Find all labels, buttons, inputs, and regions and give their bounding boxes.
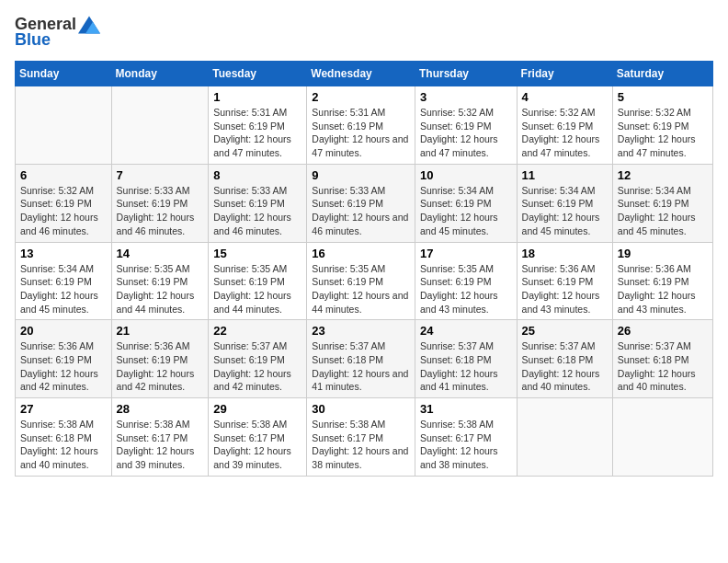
day-number: 20 — [20, 324, 107, 338]
day-number: 3 — [420, 90, 512, 104]
calendar-cell: 17Sunrise: 5:35 AM Sunset: 6:19 PM Dayli… — [415, 242, 517, 320]
weekday-header-sunday: Sunday — [16, 62, 112, 86]
day-number: 12 — [618, 168, 708, 182]
cell-detail: Sunrise: 5:36 AM Sunset: 6:19 PM Dayligh… — [20, 339, 107, 394]
weekday-header-monday: Monday — [111, 62, 209, 86]
cell-detail: Sunrise: 5:37 AM Sunset: 6:18 PM Dayligh… — [618, 339, 708, 394]
calendar-cell: 7Sunrise: 5:33 AM Sunset: 6:19 PM Daylig… — [111, 164, 209, 242]
cell-detail: Sunrise: 5:38 AM Sunset: 6:17 PM Dayligh… — [213, 418, 301, 472]
calendar-cell: 27Sunrise: 5:38 AM Sunset: 6:18 PM Dayli… — [16, 398, 112, 477]
logo-icon — [78, 16, 100, 34]
calendar-cell: 22Sunrise: 5:37 AM Sunset: 6:19 PM Dayli… — [209, 320, 307, 398]
cell-detail: Sunrise: 5:33 AM Sunset: 6:19 PM Dayligh… — [312, 184, 410, 238]
cell-detail: Sunrise: 5:38 AM Sunset: 6:17 PM Dayligh… — [312, 418, 410, 472]
cell-detail: Sunrise: 5:34 AM Sunset: 6:19 PM Dayligh… — [522, 184, 608, 238]
calendar-cell: 10Sunrise: 5:34 AM Sunset: 6:19 PM Dayli… — [415, 164, 517, 242]
calendar-cell: 21Sunrise: 5:36 AM Sunset: 6:19 PM Dayli… — [111, 320, 209, 398]
cell-detail: Sunrise: 5:33 AM Sunset: 6:19 PM Dayligh… — [117, 184, 204, 238]
cell-detail: Sunrise: 5:36 AM Sunset: 6:19 PM Dayligh… — [618, 262, 708, 316]
calendar-cell: 12Sunrise: 5:34 AM Sunset: 6:19 PM Dayli… — [612, 164, 712, 242]
cell-detail: Sunrise: 5:38 AM Sunset: 6:18 PM Dayligh… — [20, 418, 107, 472]
day-number: 27 — [20, 402, 107, 416]
week-row-0: 1Sunrise: 5:31 AM Sunset: 6:19 PM Daylig… — [16, 86, 713, 165]
cell-detail: Sunrise: 5:34 AM Sunset: 6:19 PM Dayligh… — [20, 262, 107, 316]
day-number: 13 — [20, 247, 107, 260]
cell-detail: Sunrise: 5:34 AM Sunset: 6:19 PM Dayligh… — [618, 184, 708, 238]
day-number: 31 — [420, 402, 512, 416]
day-number: 1 — [213, 90, 301, 104]
cell-detail: Sunrise: 5:38 AM Sunset: 6:17 PM Dayligh… — [117, 418, 204, 472]
calendar-cell: 25Sunrise: 5:37 AM Sunset: 6:18 PM Dayli… — [517, 320, 612, 398]
calendar-cell: 18Sunrise: 5:36 AM Sunset: 6:19 PM Dayli… — [517, 242, 612, 320]
calendar-cell — [517, 398, 612, 477]
cell-detail: Sunrise: 5:35 AM Sunset: 6:19 PM Dayligh… — [420, 262, 512, 316]
day-number: 7 — [117, 168, 204, 182]
cell-detail: Sunrise: 5:31 AM Sunset: 6:19 PM Dayligh… — [312, 106, 410, 160]
calendar-body: 1Sunrise: 5:31 AM Sunset: 6:19 PM Daylig… — [16, 86, 713, 477]
calendar-cell: 24Sunrise: 5:37 AM Sunset: 6:18 PM Dayli… — [415, 320, 517, 398]
day-number: 22 — [213, 324, 301, 338]
day-number: 10 — [420, 168, 512, 182]
day-number: 2 — [312, 90, 410, 104]
calendar-cell: 11Sunrise: 5:34 AM Sunset: 6:19 PM Dayli… — [517, 164, 612, 242]
calendar-cell: 15Sunrise: 5:35 AM Sunset: 6:19 PM Dayli… — [209, 242, 307, 320]
day-number: 11 — [522, 168, 608, 182]
calendar-cell: 9Sunrise: 5:33 AM Sunset: 6:19 PM Daylig… — [307, 164, 415, 242]
calendar-cell: 31Sunrise: 5:38 AM Sunset: 6:17 PM Dayli… — [415, 398, 517, 477]
day-number: 16 — [312, 247, 410, 260]
page-header: General Blue — [15, 15, 713, 50]
cell-detail: Sunrise: 5:34 AM Sunset: 6:19 PM Dayligh… — [420, 184, 512, 238]
day-number: 8 — [213, 168, 301, 182]
week-row-3: 20Sunrise: 5:36 AM Sunset: 6:19 PM Dayli… — [16, 320, 713, 398]
day-number: 14 — [117, 247, 204, 260]
cell-detail: Sunrise: 5:32 AM Sunset: 6:19 PM Dayligh… — [522, 106, 608, 160]
week-row-4: 27Sunrise: 5:38 AM Sunset: 6:18 PM Dayli… — [16, 398, 713, 477]
calendar-cell: 30Sunrise: 5:38 AM Sunset: 6:17 PM Dayli… — [307, 398, 415, 477]
cell-detail: Sunrise: 5:37 AM Sunset: 6:19 PM Dayligh… — [213, 339, 301, 394]
cell-detail: Sunrise: 5:37 AM Sunset: 6:18 PM Dayligh… — [522, 339, 608, 394]
calendar-cell: 20Sunrise: 5:36 AM Sunset: 6:19 PM Dayli… — [16, 320, 112, 398]
weekday-header-row: SundayMondayTuesdayWednesdayThursdayFrid… — [16, 62, 713, 86]
calendar-cell: 23Sunrise: 5:37 AM Sunset: 6:18 PM Dayli… — [307, 320, 415, 398]
logo: General Blue — [15, 15, 100, 50]
calendar-cell: 5Sunrise: 5:32 AM Sunset: 6:19 PM Daylig… — [612, 86, 712, 165]
calendar-cell: 6Sunrise: 5:32 AM Sunset: 6:19 PM Daylig… — [16, 164, 112, 242]
cell-detail: Sunrise: 5:37 AM Sunset: 6:18 PM Dayligh… — [312, 339, 410, 394]
day-number: 17 — [420, 247, 512, 260]
day-number: 24 — [420, 324, 512, 338]
day-number: 18 — [522, 247, 608, 260]
calendar-cell: 16Sunrise: 5:35 AM Sunset: 6:19 PM Dayli… — [307, 242, 415, 320]
calendar-cell — [111, 86, 209, 165]
day-number: 30 — [312, 402, 410, 416]
calendar-cell: 1Sunrise: 5:31 AM Sunset: 6:19 PM Daylig… — [209, 86, 307, 165]
cell-detail: Sunrise: 5:31 AM Sunset: 6:19 PM Dayligh… — [213, 106, 301, 160]
cell-detail: Sunrise: 5:32 AM Sunset: 6:19 PM Dayligh… — [618, 106, 708, 160]
calendar-cell: 28Sunrise: 5:38 AM Sunset: 6:17 PM Dayli… — [111, 398, 209, 477]
weekday-header-tuesday: Tuesday — [209, 62, 307, 86]
week-row-1: 6Sunrise: 5:32 AM Sunset: 6:19 PM Daylig… — [16, 164, 713, 242]
cell-detail: Sunrise: 5:35 AM Sunset: 6:19 PM Dayligh… — [213, 262, 301, 316]
calendar-cell: 3Sunrise: 5:32 AM Sunset: 6:19 PM Daylig… — [415, 86, 517, 165]
calendar-cell — [16, 86, 112, 165]
cell-detail: Sunrise: 5:33 AM Sunset: 6:19 PM Dayligh… — [213, 184, 301, 238]
calendar-cell: 29Sunrise: 5:38 AM Sunset: 6:17 PM Dayli… — [209, 398, 307, 477]
calendar-cell: 4Sunrise: 5:32 AM Sunset: 6:19 PM Daylig… — [517, 86, 612, 165]
cell-detail: Sunrise: 5:32 AM Sunset: 6:19 PM Dayligh… — [420, 106, 512, 160]
day-number: 6 — [20, 168, 107, 182]
cell-detail: Sunrise: 5:35 AM Sunset: 6:19 PM Dayligh… — [312, 262, 410, 316]
cell-detail: Sunrise: 5:32 AM Sunset: 6:19 PM Dayligh… — [20, 184, 107, 238]
calendar-table: SundayMondayTuesdayWednesdayThursdayFrid… — [15, 61, 713, 477]
calendar-cell: 19Sunrise: 5:36 AM Sunset: 6:19 PM Dayli… — [612, 242, 712, 320]
week-row-2: 13Sunrise: 5:34 AM Sunset: 6:19 PM Dayli… — [16, 242, 713, 320]
weekday-header-thursday: Thursday — [415, 62, 517, 86]
day-number: 26 — [618, 324, 708, 338]
weekday-header-saturday: Saturday — [612, 62, 712, 86]
calendar-cell: 14Sunrise: 5:35 AM Sunset: 6:19 PM Dayli… — [111, 242, 209, 320]
day-number: 21 — [117, 324, 204, 338]
day-number: 19 — [618, 247, 708, 260]
day-number: 29 — [213, 402, 301, 416]
cell-detail: Sunrise: 5:36 AM Sunset: 6:19 PM Dayligh… — [522, 262, 608, 316]
cell-detail: Sunrise: 5:38 AM Sunset: 6:17 PM Dayligh… — [420, 418, 512, 472]
calendar-cell: 8Sunrise: 5:33 AM Sunset: 6:19 PM Daylig… — [209, 164, 307, 242]
logo-blue-text: Blue — [15, 30, 51, 50]
